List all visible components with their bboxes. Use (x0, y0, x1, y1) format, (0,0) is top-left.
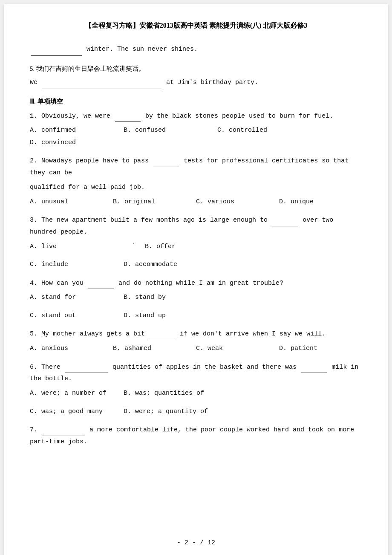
question-6: 6. There quantities of apples in the bas… (30, 361, 362, 418)
continuation-section: winter. The sun never shines. (30, 43, 362, 56)
q3-option-c: C. include (30, 259, 107, 271)
q2-option-d: D. unique (279, 196, 362, 208)
q1-blank (115, 110, 141, 122)
q5-section: 5. 我们在吉姆的生日聚会上轮流讲笑话。 We at Jim's birthda… (30, 63, 362, 89)
q5-text-suffix: if we don't arrive when I say we will. (180, 330, 326, 338)
blank-q5 (42, 76, 161, 89)
q4-text-prefix: How can you (41, 280, 87, 287)
q3-blank (272, 214, 298, 226)
tick-mark: ` (132, 241, 141, 253)
q2-option-b: B. original (113, 196, 196, 208)
q6-blank2 (301, 361, 327, 373)
q6-number: 6. (30, 364, 41, 371)
q2-text-cont: qualified for a well-paid job. (30, 184, 145, 191)
page: 【全程复习方略】安徽省2013版高中英语 素能提升演练(八) 北师大版必修3 w… (4, 4, 388, 555)
q4-blank (88, 277, 114, 289)
q5-english: We at Jim's birthday party. (30, 76, 362, 89)
blank-1 (31, 43, 82, 56)
q1-option-c: C. controlled (217, 124, 294, 137)
q4-number: 4. (30, 280, 41, 287)
q5-option-c: C. weak (196, 343, 279, 355)
q5-text-prefix: My mother always gets a bit (41, 330, 149, 338)
q2-option-c: C. various (196, 196, 279, 208)
page-title: 【全程复习方略】安徽省2013版高中英语 素能提升演练(八) 北师大版必修3 (30, 21, 362, 30)
q4-text-suffix: and do nothing while I am in great troub… (118, 280, 283, 287)
q1-option-d: D. convinced (30, 137, 107, 149)
q4-options-ab: A. stand for B. stand by (30, 292, 362, 304)
q5-option-a: A. anxious (30, 343, 113, 355)
continuation-line: winter. The sun never shines. (30, 43, 362, 56)
question-3: 3. The new apartment built a few months … (30, 214, 362, 271)
q3-option-d: D. accommodate (124, 259, 200, 271)
q6-option-a: A. were; a number of (30, 387, 107, 400)
q3-option-b: B. offer (145, 241, 230, 253)
q3-text: The new apartment built a few months ago… (41, 217, 271, 224)
q2-options: A. unusual B. original C. various D. uni… (30, 196, 362, 208)
q5-options: A. anxious B. ashamed C. weak D. patient (30, 343, 362, 355)
q1-options: A. confirmed B. confused C. controlled D… (30, 124, 362, 149)
question-1: 1. Obviously, we were by the black stone… (30, 110, 362, 149)
q1-text-prefix: Obviously, we were (41, 113, 114, 120)
q6-options-ab: A. were; a number of B. was; quantities … (30, 387, 362, 400)
q2-number: 2. (30, 157, 41, 165)
question-2: 2. Nowadays people have to pass tests fo… (30, 155, 362, 208)
q6-text-prefix: There (41, 364, 64, 371)
q1-text-suffix: by the black stones people used to burn … (145, 113, 333, 120)
question-4: 4. How can you and do nothing while I am… (30, 277, 362, 322)
q6-option-d: D. were; a quantity of (124, 406, 208, 418)
q6-option-c: C. was; a good many (30, 406, 107, 418)
q4-option-a: A. stand for (30, 292, 107, 304)
q2-blank (153, 155, 179, 167)
q5-option-b: B. ashamed (113, 343, 196, 355)
q5-number: 5. (30, 330, 41, 338)
question-7: 7. a more comfortable life, the poor cou… (30, 424, 362, 448)
q2-option-a: A. unusual (30, 196, 113, 208)
q6-options-cd: C. was; a good many D. were; a quantity … (30, 406, 362, 418)
q1-option-a: A. confirmed (30, 124, 107, 137)
q4-option-c: C. stand out (30, 310, 107, 322)
q2-text-prefix: Nowadays people have to pass (41, 157, 153, 165)
question-5: 5. My mother always gets a bit if we don… (30, 328, 362, 355)
q3-option-a: A. live (30, 241, 115, 253)
q3-options-cd: C. include D. accommodate (30, 259, 362, 271)
q7-number: 7. (30, 426, 41, 434)
q6-blank1 (65, 361, 108, 373)
q4-options-cd: C. stand out D. stand up (30, 310, 362, 322)
q4-option-d: D. stand up (124, 310, 200, 322)
q6-option-b: B. was; quantities of (124, 387, 204, 400)
q3-number: 3. (30, 217, 41, 224)
page-footer: - 2 - / 12 (4, 539, 388, 546)
section3-header: Ⅲ. 单项填空 (30, 98, 362, 106)
q4-option-b: B. stand by (124, 292, 200, 304)
q5-option-d: D. patient (279, 343, 362, 355)
q3-options: A. live ` B. offer (30, 241, 362, 253)
q5-blank (150, 328, 175, 340)
q6-text-middle: quantities of apples in the basket and t… (112, 364, 300, 371)
q1-number: 1. (30, 113, 41, 120)
q1-option-b: B. confused (124, 124, 200, 137)
q5-chinese: 5. 我们在吉姆的生日聚会上轮流讲笑话。 (30, 63, 362, 75)
q7-blank (42, 424, 85, 436)
